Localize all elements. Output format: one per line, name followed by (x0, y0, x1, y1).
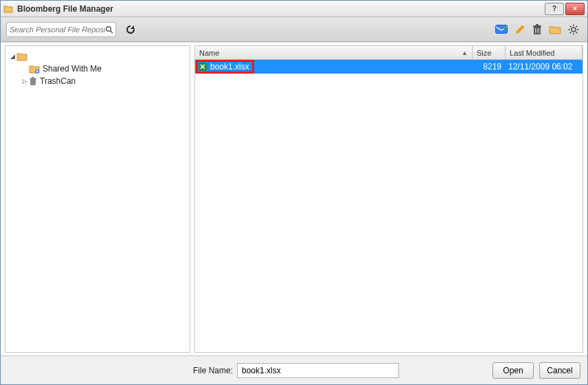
toolbar (1, 17, 587, 42)
filename-label: File Name: (193, 366, 233, 375)
shared-folder-icon (29, 65, 40, 74)
refresh-button[interactable] (123, 22, 138, 37)
column-name-label: Name (199, 49, 219, 57)
svg-rect-20 (30, 78, 36, 79)
content-area: ◢ Shared With Me ▷ TrashCan Name (1, 42, 587, 355)
column-modified-label: Last Modified (510, 49, 554, 57)
tree-trashcan[interactable]: ▷ TrashCan (8, 75, 187, 87)
tree-item-label: Shared With Me (43, 64, 102, 74)
file-list-empty-area[interactable] (195, 74, 583, 352)
file-row[interactable]: book1.xlsx 8219 12/11/2009 06:02 (195, 60, 583, 74)
search-box[interactable] (6, 22, 116, 37)
svg-line-14 (570, 25, 572, 27)
toolbar-actions (495, 24, 582, 35)
search-icon[interactable] (105, 25, 113, 34)
search-input[interactable] (10, 25, 105, 34)
file-manager-window: Bloomberg File Manager ? × (0, 0, 588, 385)
expand-icon[interactable]: ▷ (21, 78, 29, 85)
column-name[interactable]: Name ▲ (195, 46, 473, 59)
gear-icon[interactable] (568, 24, 579, 35)
footer: File Name: Open Cancel (1, 355, 587, 384)
svg-point-0 (106, 26, 111, 31)
titlebar-close-button[interactable]: × (565, 3, 585, 15)
file-size: 8219 (473, 62, 506, 72)
cancel-button[interactable]: Cancel (539, 362, 580, 379)
folder-icon (16, 52, 27, 61)
sort-asc-icon: ▲ (462, 50, 468, 56)
svg-line-17 (570, 32, 572, 33)
excel-file-icon (198, 62, 207, 72)
window-title: Bloomberg File Manager (17, 4, 113, 14)
open-button[interactable]: Open (493, 362, 534, 379)
titlebar: Bloomberg File Manager ? × (1, 1, 587, 17)
column-modified[interactable]: Last Modified (506, 46, 583, 59)
column-size-label: Size (477, 49, 491, 57)
svg-rect-5 (536, 24, 539, 25)
folder-icon[interactable] (549, 25, 561, 34)
mail-icon[interactable] (495, 25, 508, 34)
tree-item-label: TrashCan (40, 76, 76, 86)
titlebar-help-button[interactable]: ? (545, 3, 564, 15)
svg-line-16 (576, 25, 578, 27)
file-name: book1.xlsx (210, 62, 249, 72)
svg-line-1 (111, 30, 113, 33)
edit-icon[interactable] (514, 24, 525, 35)
file-list-panel: Name ▲ Size Last Modified book1.xlsx 821… (194, 45, 583, 353)
svg-rect-21 (32, 77, 34, 78)
column-size[interactable]: Size (473, 46, 506, 59)
app-folder-icon (3, 5, 13, 13)
svg-point-9 (572, 28, 576, 32)
tree-shared-with-me[interactable]: Shared With Me (8, 63, 187, 75)
collapse-icon[interactable]: ◢ (8, 53, 16, 60)
trash-icon[interactable] (532, 24, 542, 35)
file-modified: 12/11/2009 06:02 (506, 62, 583, 72)
trash-icon (29, 77, 37, 86)
folder-tree: ◢ Shared With Me ▷ TrashCan (5, 45, 190, 353)
filename-input[interactable] (237, 363, 399, 378)
tree-root[interactable]: ◢ (8, 50, 187, 63)
svg-rect-19 (30, 79, 36, 85)
svg-line-15 (576, 32, 578, 33)
svg-rect-4 (533, 25, 541, 27)
column-headers: Name ▲ Size Last Modified (195, 46, 583, 60)
selection-highlight: book1.xlsx (196, 60, 254, 74)
